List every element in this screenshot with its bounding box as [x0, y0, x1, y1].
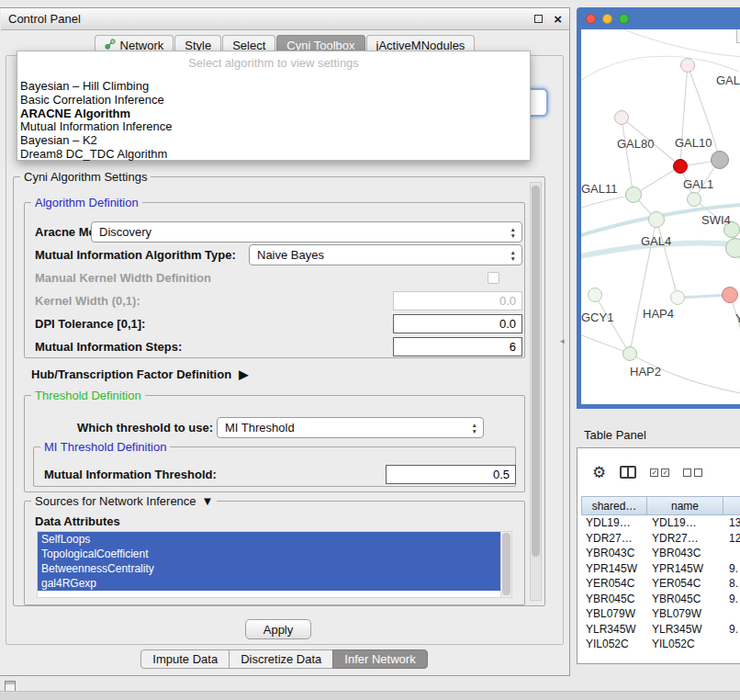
- which-threshold-combobox[interactable]: MI Threshold ▲ ▼: [217, 417, 484, 438]
- settings-scrollbar[interactable]: [530, 182, 542, 601]
- manual-kernel-checkbox[interactable]: [488, 272, 499, 284]
- table-row[interactable]: YIL052CYIL052C: [582, 637, 740, 652]
- which-threshold-value: MI Threshold: [225, 421, 295, 435]
- bottom-tab-infer-network[interactable]: Infer Network: [332, 649, 427, 669]
- table-row[interactable]: YDL19…YDL19…13: [582, 515, 740, 531]
- aracne-mode-combobox[interactable]: Discovery ▲ ▼: [91, 221, 522, 243]
- table-cell: YIL052C: [648, 637, 725, 652]
- network-node[interactable]: [722, 287, 738, 303]
- algorithm-option[interactable]: Basic Correlation Inference: [17, 94, 530, 107]
- table-cell: [725, 546, 740, 561]
- network-node[interactable]: [614, 110, 629, 125]
- table-cell: YPR145W: [648, 561, 725, 577]
- network-canvas[interactable]: GALGAL80GAL10GAL11GAL1SWI4GAL4GCY1HAP4HA…: [581, 29, 740, 404]
- table-cell: YLR345W: [582, 622, 648, 638]
- table-cell: 9.: [725, 622, 740, 638]
- table-row[interactable]: YPR145WYPR145W9.: [582, 561, 740, 577]
- table-row[interactable]: YBL079WYBL079W: [582, 606, 740, 622]
- bottom-tab-impute-data[interactable]: Impute Data: [140, 649, 230, 669]
- network-node[interactable]: [680, 58, 695, 73]
- minimize-window-icon[interactable]: [602, 14, 612, 24]
- node-label: GAL10: [675, 136, 712, 150]
- algorithm-option-list: Bayesian – Hill ClimbingBasic Correlatio…: [17, 80, 530, 162]
- column-layout-icon[interactable]: [620, 466, 636, 479]
- table-panel-title: Table Panel: [584, 428, 646, 442]
- node-label: HAP4: [643, 307, 674, 321]
- table-cell: YDL19…: [648, 515, 725, 531]
- attribute-item[interactable]: TopologicalCoefficient: [38, 547, 501, 561]
- attribute-item[interactable]: SelfLoops: [38, 532, 501, 547]
- network-node[interactable]: [670, 290, 685, 305]
- down-arrow-icon: ▼: [472, 428, 477, 435]
- control-panel-title: Control Panel: [8, 12, 81, 26]
- network-node[interactable]: [648, 211, 665, 228]
- table-row[interactable]: YBR043CYBR043C: [582, 546, 740, 561]
- network-node[interactable]: [725, 238, 740, 258]
- network-node[interactable]: [687, 192, 701, 207]
- table-cell: YER054C: [582, 576, 648, 592]
- table-cell: 13: [725, 515, 740, 531]
- column-header[interactable]: shared…: [581, 496, 647, 515]
- kernel-width-field[interactable]: [393, 291, 522, 310]
- algorithm-option[interactable]: Bayesian – K2: [17, 134, 530, 148]
- unselect-columns-icon[interactable]: [683, 469, 702, 477]
- table-toolbar: ⚙ ✓ ✓: [577, 448, 740, 496]
- select-columns-icon[interactable]: ✓ ✓: [650, 469, 669, 477]
- mi-threshold-label: Mutual Information Threshold:: [44, 468, 217, 481]
- algorithm-dropdown-popup: Select algorithm to view settings Bayesi…: [17, 51, 531, 161]
- algorithm-option[interactable]: Mutual Information Inference: [17, 120, 530, 134]
- table-cell: YBL079W: [582, 606, 648, 622]
- canvas-scrollbar-corner[interactable]: [736, 29, 740, 43]
- algorithm-option[interactable]: Bayesian – Hill Climbing: [17, 80, 530, 94]
- node-label: Y: [735, 311, 740, 325]
- table-row[interactable]: YLR345WYLR345W9.: [582, 622, 740, 638]
- column-header[interactable]: name: [646, 496, 723, 515]
- mi-threshold-group-title: MI Threshold Definition: [40, 440, 170, 454]
- bottom-tab-discretize-data[interactable]: Discretize Data: [229, 649, 333, 669]
- up-arrow-icon: ▲: [510, 249, 516, 255]
- close-icon[interactable]: ×: [554, 12, 562, 26]
- zoom-window-icon[interactable]: [619, 14, 629, 24]
- node-label: GAL11: [581, 182, 618, 196]
- scrollbar-thumb[interactable]: [532, 186, 540, 557]
- network-node[interactable]: [711, 151, 729, 169]
- close-window-icon[interactable]: [586, 14, 596, 24]
- table-header-row: shared…name: [582, 496, 740, 515]
- table-cell: YBR045C: [582, 592, 648, 607]
- gear-icon[interactable]: ⚙: [592, 465, 606, 480]
- attribute-item[interactable]: gal4RGexp: [38, 576, 501, 591]
- table-cell: YBL079W: [648, 606, 725, 622]
- node-label: SWI4: [701, 213, 731, 227]
- combo-arrows-icon: ▲ ▼: [510, 226, 516, 239]
- hub-definition-toggle[interactable]: Hub/Transcription Factor Definition ▶: [31, 367, 248, 381]
- node-label: GAL4: [641, 234, 671, 248]
- down-arrow-icon: ▼: [510, 255, 516, 262]
- table-row[interactable]: YER054CYER054C8.: [582, 576, 740, 592]
- panel-resize-handle-icon[interactable]: ◂: [560, 336, 565, 345]
- table-row[interactable]: YBR045CYBR045C9.: [582, 592, 740, 607]
- dpi-tolerance-field[interactable]: [393, 314, 522, 333]
- float-window-icon[interactable]: [534, 15, 543, 23]
- cyni-settings-title: Cyni Algorithm Settings: [20, 170, 151, 184]
- network-node[interactable]: [588, 288, 602, 302]
- table-cell: YIL052C: [582, 637, 648, 652]
- table-cell: YBR043C: [582, 546, 648, 561]
- table-row[interactable]: YDR27…YDR27…12: [582, 531, 740, 547]
- algorithm-option[interactable]: ARACNE Algorithm: [17, 107, 530, 121]
- network-node[interactable]: [673, 159, 688, 174]
- mi-type-combobox[interactable]: Naive Bayes ▲ ▼: [249, 244, 522, 265]
- column-header[interactable]: [723, 496, 740, 515]
- apply-button[interactable]: Apply: [245, 619, 311, 639]
- network-node[interactable]: [625, 186, 642, 203]
- network-node[interactable]: [622, 346, 637, 361]
- attribute-list-scrollbar[interactable]: [500, 532, 511, 597]
- sources-title[interactable]: Sources for Network Inference ▼: [31, 494, 217, 508]
- mi-steps-field[interactable]: [393, 337, 522, 356]
- up-arrow-icon: ▲: [510, 226, 516, 232]
- algorithm-option[interactable]: Dream8 DC_TDC Algorithm: [17, 148, 530, 162]
- network-view-window: GALGAL80GAL10GAL11GAL1SWI4GAL4GCY1HAP4HA…: [577, 7, 740, 409]
- control-panel-titlebar: Control Panel ×: [1, 8, 569, 30]
- up-arrow-icon: ▲: [472, 422, 477, 428]
- mi-threshold-field[interactable]: [386, 465, 516, 484]
- attribute-item[interactable]: BetweennessCentrality: [38, 561, 501, 576]
